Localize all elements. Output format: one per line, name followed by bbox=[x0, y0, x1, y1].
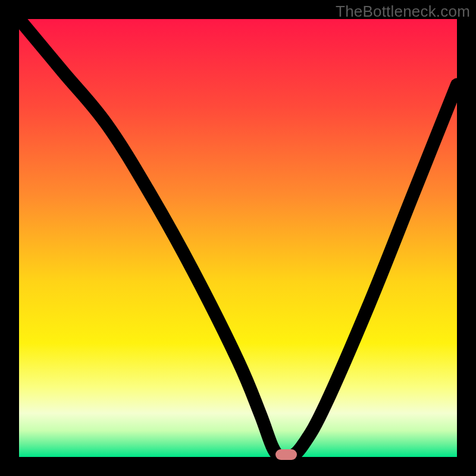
bottleneck-curve bbox=[19, 19, 457, 457]
watermark-text: TheBottleneck.com bbox=[336, 2, 470, 21]
curve-layer bbox=[19, 19, 457, 457]
chart-frame: TheBottleneck.com bbox=[0, 0, 476, 476]
optimal-marker bbox=[275, 449, 297, 460]
plot-area bbox=[19, 19, 457, 457]
